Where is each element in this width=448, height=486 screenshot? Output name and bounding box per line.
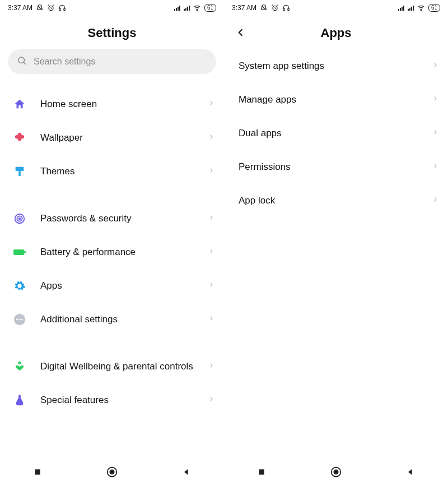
nav-back-button[interactable] <box>179 465 194 479</box>
svg-rect-2 <box>64 8 65 11</box>
svg-rect-21 <box>283 8 284 11</box>
settings-item-label: Passwords & security <box>40 212 195 224</box>
nav-back-button[interactable] <box>403 465 418 479</box>
nav-recent-button[interactable] <box>254 465 269 479</box>
nav-bar <box>224 460 448 486</box>
svg-point-13 <box>16 319 18 321</box>
gear-icon <box>12 279 27 293</box>
status-bar: 3:37 AM 61 <box>224 0 448 16</box>
settings-item-label: Wallpaper <box>40 132 195 144</box>
status-time: 3:37 AM <box>8 4 32 12</box>
settings-item-home-screen[interactable]: Home screen <box>0 87 224 121</box>
status-bar: 3:37 AM 61 <box>0 0 224 16</box>
nav-recent-button[interactable] <box>30 465 45 479</box>
page-title-label: Settings <box>88 26 137 40</box>
apps-screen: 3:37 AM 61 Apps System app settingsMana <box>224 0 448 486</box>
apps-item-label: Dual apps <box>239 127 432 139</box>
page-title-settings: Settings <box>0 16 224 49</box>
nav-home-button[interactable] <box>329 465 343 479</box>
signal-1-icon <box>174 5 180 11</box>
search-input[interactable]: Search settings <box>8 49 216 74</box>
apps-item-permissions[interactable]: Permissions <box>224 150 448 184</box>
chevron-right-icon <box>208 280 214 291</box>
svg-point-23 <box>421 10 421 11</box>
settings-item-battery-perf[interactable]: Battery & performance <box>0 235 224 269</box>
signal-2-icon <box>184 5 190 11</box>
settings-screen: 3:37 AM 61 Settings Search setting <box>0 0 224 486</box>
svg-point-16 <box>18 362 21 365</box>
dots-icon <box>12 312 27 327</box>
headphone-icon <box>282 4 290 12</box>
svg-point-14 <box>19 319 21 321</box>
nav-home-button[interactable] <box>105 465 119 479</box>
svg-point-4 <box>18 57 25 63</box>
search-placeholder: Search settings <box>34 57 95 67</box>
page-title-apps: Apps <box>224 16 448 49</box>
chevron-right-icon <box>208 314 214 325</box>
svg-rect-5 <box>16 167 24 171</box>
settings-item-label: Apps <box>40 280 195 291</box>
page-title-label: Apps <box>321 26 352 40</box>
apps-item-label: Permissions <box>239 161 432 173</box>
chevron-right-icon <box>208 361 214 372</box>
apps-item-label: Manage apps <box>239 94 432 105</box>
settings-item-label: Additional settings <box>40 313 195 325</box>
settings-item-label: Themes <box>40 165 195 177</box>
svg-rect-24 <box>259 469 264 474</box>
search-icon <box>17 55 27 68</box>
battery-icon <box>12 245 27 260</box>
brush-icon <box>12 164 27 179</box>
chevron-right-icon <box>432 161 438 173</box>
settings-item-passwords-security[interactable]: Passwords & security <box>0 202 224 235</box>
fingerprint-icon <box>12 211 27 226</box>
svg-point-9 <box>19 218 21 220</box>
chevron-right-icon <box>432 195 438 206</box>
chevron-right-icon <box>432 128 438 139</box>
svg-rect-1 <box>59 8 60 11</box>
chevron-right-icon <box>208 247 214 258</box>
settings-item-label: Battery & performance <box>40 246 195 258</box>
flask-icon <box>12 393 27 408</box>
apps-item-app-lock[interactable]: App lock <box>224 184 448 217</box>
settings-item-additional[interactable]: Additional settings <box>0 303 224 336</box>
settings-item-special-features[interactable]: Special features <box>0 383 224 417</box>
settings-item-apps[interactable]: Apps <box>0 269 224 303</box>
headphone-icon <box>58 4 66 12</box>
svg-point-15 <box>21 319 23 321</box>
back-button[interactable] <box>234 26 248 39</box>
apps-list: System app settingsManage appsDual appsP… <box>224 49 448 460</box>
chevron-right-icon <box>208 213 214 224</box>
chevron-right-icon <box>208 99 214 110</box>
settings-item-label: Digital Wellbeing & parental controls <box>40 360 195 372</box>
chevron-right-icon <box>208 132 214 144</box>
settings-item-digital-wellbeing[interactable]: Digital Wellbeing & parental controls <box>0 350 224 383</box>
chevron-right-icon <box>432 94 438 105</box>
dnd-icon <box>36 4 44 12</box>
svg-point-3 <box>197 10 197 11</box>
svg-rect-6 <box>18 171 21 176</box>
dnd-icon <box>260 4 268 12</box>
apps-item-dual-apps[interactable]: Dual apps <box>224 117 448 150</box>
heart-icon <box>12 359 27 374</box>
svg-point-26 <box>333 469 338 474</box>
settings-list: Home screenWallpaperThemesPasswords & se… <box>0 84 224 460</box>
settings-item-wallpaper[interactable]: Wallpaper <box>0 121 224 155</box>
wifi-icon <box>193 4 201 12</box>
chevron-right-icon <box>432 61 438 72</box>
battery-indicator: 61 <box>428 4 440 12</box>
svg-rect-17 <box>35 469 40 474</box>
battery-indicator: 61 <box>204 4 216 12</box>
settings-item-themes[interactable]: Themes <box>0 155 224 188</box>
wifi-icon <box>417 4 425 12</box>
apps-item-manage-apps[interactable]: Manage apps <box>224 83 448 117</box>
svg-rect-22 <box>288 8 289 11</box>
chevron-right-icon <box>208 395 214 406</box>
flower-icon <box>12 131 27 145</box>
alarm-icon <box>271 4 279 12</box>
apps-item-system-app-settings[interactable]: System app settings <box>224 49 448 83</box>
apps-item-label: System app settings <box>239 60 432 72</box>
svg-rect-10 <box>13 249 24 255</box>
settings-item-label: Special features <box>40 394 195 406</box>
apps-item-label: App lock <box>239 195 432 206</box>
status-time: 3:37 AM <box>232 4 256 12</box>
